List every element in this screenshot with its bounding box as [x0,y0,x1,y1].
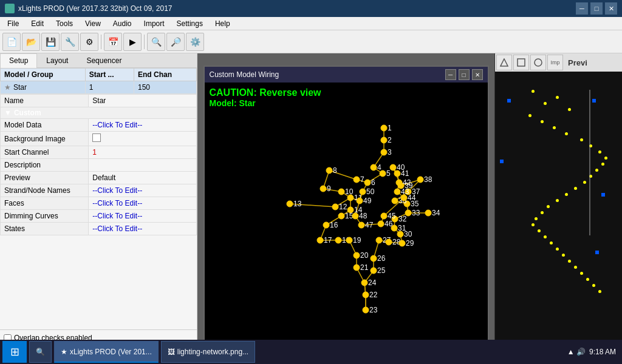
svg-point-56 [399,240,405,246]
svg-point-44 [363,307,369,313]
model-data-row[interactable]: Model Data --Click To Edit-- [1,119,197,132]
svg-text:49: 49 [363,197,372,205]
menu-audio[interactable]: Audio [108,18,137,29]
svg-text:38: 38 [424,175,432,184]
states-row[interactable]: States --Click To Edit-- [1,223,197,235]
start-channel-row[interactable]: Start Channel 1 [1,146,197,159]
svg-point-70 [392,198,398,204]
description-row[interactable]: Description [1,159,197,172]
background-image-value[interactable] [89,132,197,146]
svg-point-98 [360,189,366,195]
tab-layout[interactable]: Layout [37,53,77,67]
svg-text:45: 45 [388,212,396,220]
triangle-tool-button[interactable] [496,55,512,70]
table-row[interactable]: ★Star 1 150 [1,81,197,94]
svg-point-82 [396,180,402,186]
zoom-in-button[interactable]: 🔍 [147,33,165,51]
menu-settings[interactable]: Settings [172,18,208,29]
zoom-out-button[interactable]: 🔎 [166,33,185,51]
section-header-row: ▼Custom [1,107,197,119]
svg-text:25: 25 [377,266,386,275]
circle-tool-button[interactable] [530,55,546,70]
settings-button[interactable]: ⚙️ [186,33,204,51]
faces-row[interactable]: Faces --Click To Edit-- [1,197,197,210]
save-toolbar-button[interactable]: 💾 [41,33,60,51]
taskbar-xlights[interactable]: ★ xLights PROD (Ver 201... [54,341,159,363]
states-value[interactable]: --Click To Edit-- [89,223,197,235]
new-button[interactable]: 📄 [2,33,21,51]
open-button[interactable]: 📂 [22,33,40,51]
menu-view[interactable]: View [80,18,106,29]
svg-point-32 [317,237,323,243]
menu-import[interactable]: Import [139,18,169,29]
run-button[interactable]: ▶ [123,33,142,51]
background-image-row[interactable]: Background Image [1,132,197,146]
svg-point-86 [401,195,407,201]
faces-value[interactable]: --Click To Edit-- [89,197,197,210]
svg-point-30 [323,222,329,228]
schedule-button[interactable]: 📅 [104,33,122,51]
svg-point-0 [381,125,387,131]
strand-node-names-value[interactable]: --Click To Edit-- [89,184,197,197]
svg-text:17: 17 [324,236,332,244]
svg-text:10: 10 [345,187,354,196]
model-data-value[interactable]: --Click To Edit-- [89,119,197,132]
strand-node-names-row[interactable]: Strand/Node Names --Click To Edit-- [1,184,197,197]
svg-text:12: 12 [339,203,347,211]
svg-point-78 [390,164,396,170]
states-label: States [1,223,89,235]
svg-text:16: 16 [330,221,338,229]
start-channel-value[interactable]: 1 [89,146,197,159]
caution-text: CAUTION: Reverse view [210,87,483,98]
square-tool-button[interactable] [513,55,529,70]
preview-label: Preview [1,172,89,184]
modal-title-bar: Custom Model Wiring ─ □ ✕ [205,67,488,83]
taskbar-search[interactable]: 🔍 [29,341,52,363]
svg-point-74 [417,177,423,183]
svg-text:32: 32 [398,215,407,223]
tab-sequencer[interactable]: Sequencer [77,53,131,67]
menu-help[interactable]: Help [210,18,235,29]
svg-text:50: 50 [366,187,375,196]
svg-text:13: 13 [293,200,302,208]
dimming-curves-value[interactable]: --Click To Edit-- [89,210,197,223]
tab-setup[interactable]: Setup [0,53,37,68]
modal-minimize-button[interactable]: ─ [445,69,456,80]
dimming-curves-row[interactable]: Dimming Curves --Click To Edit-- [1,210,197,223]
model-data-label: Model Data [1,119,89,132]
center-area: Custom Model Wiring ─ □ ✕ CAUTION: Rever… [197,53,494,364]
description-label: Description [1,159,89,172]
image-icon: 🖼 [168,348,175,356]
strand-node-names-label: Strand/Node Names [1,184,89,197]
taskbar-right: ▲ 🔊 9:18 AM [567,348,620,356]
description-value[interactable] [89,159,197,172]
menu-bar: File Edit Tools View Audio Import Settin… [0,17,622,30]
menu-edit[interactable]: Edit [26,18,49,29]
render-all-button[interactable]: ⚙ [80,33,98,51]
svg-point-2 [381,137,387,143]
menu-tools[interactable]: Tools [51,18,78,29]
maximize-button[interactable]: □ [590,2,603,15]
minimize-button[interactable]: ─ [576,2,588,15]
svg-point-12 [354,177,360,183]
preview-value[interactable]: Default [89,172,197,184]
col-model-group: Model / Group [1,69,86,81]
svg-text:6: 6 [371,178,375,187]
modal-close-button[interactable]: ✕ [472,69,483,80]
render-button[interactable]: 🔧 [61,33,79,51]
preview-row[interactable]: Preview Default [1,172,197,184]
model-start-cell: 1 [85,81,134,94]
section-collapse-btn[interactable]: ▼Custom [1,107,197,119]
svg-text:48: 48 [359,212,367,220]
close-button[interactable]: ✕ [605,2,617,15]
import-tool-button[interactable]: Imp [547,55,563,70]
start-button[interactable]: ⊞ [2,341,27,363]
background-image-label: Background Image [1,132,89,146]
taskbar-lighting-network[interactable]: 🖼 lighting-network.png... [161,341,255,363]
svg-point-88 [381,213,387,219]
svg-text:19: 19 [353,236,361,244]
model-name-cell: ★Star [1,81,86,94]
modal-maximize-button[interactable]: □ [459,69,470,80]
menu-file[interactable]: File [2,18,24,29]
lighting-network-label: lighting-network.png... [177,348,248,356]
